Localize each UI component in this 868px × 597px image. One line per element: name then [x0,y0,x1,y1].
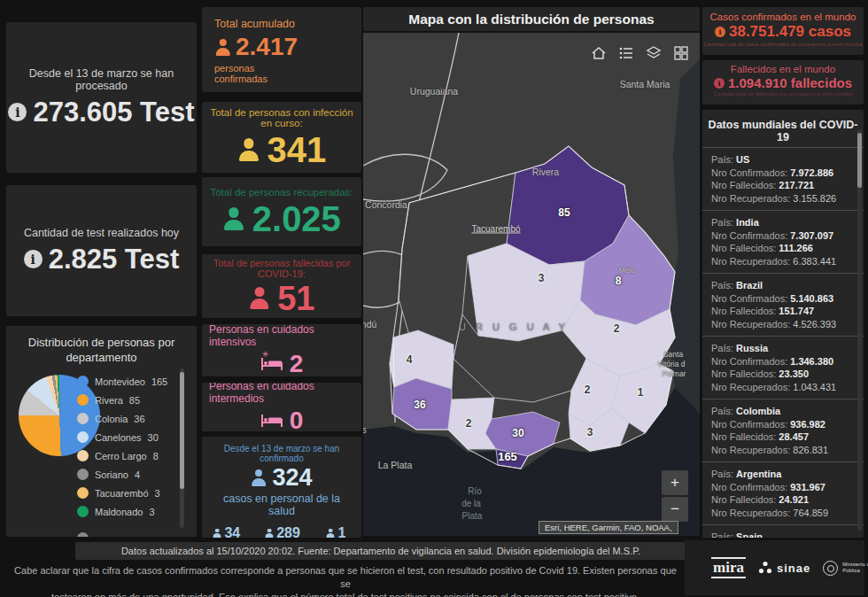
map-count-label: 4 [407,353,413,366]
sinae-logo: sinae [758,561,810,575]
ministry-logo: Ministerio de Salud Pública [823,561,868,576]
person-icon [213,529,221,538]
world-confirmed-panel: Casos confirmados en el mundo i38.751.47… [702,7,864,55]
map-count-label: 8 [616,275,622,287]
info-icon: i [8,103,27,121]
world-confirmed-value: 38.751.479 casos [729,23,851,41]
intermediate-care-value: 0 [290,407,304,432]
world-confirmed-title: Casos confirmados en el mundo [702,12,864,22]
map-count-label: 2 [466,417,472,430]
health-active: 34 Activos [213,525,240,538]
covid-dashboard: Desde el 13 de marzo se han procesado i … [0,0,868,597]
health-recovered: 289 Recuperados [265,525,302,538]
footer-logos: mira sinae Ministerio de Salud Pública [685,540,864,595]
map-place-label: La Plata [378,460,413,470]
map-place-label: Plata [462,511,483,521]
home-icon[interactable] [591,45,607,61]
pie-chart-title: Distribución de personas por departament… [22,335,182,365]
map-place-label: Palmar [663,369,686,378]
ministry-seal-icon [823,561,838,576]
country-list-scrollbar[interactable] [857,129,862,531]
pie-legend: Montevideo165 Rivera85 Colonia36 Canelon… [77,372,176,537]
health-personnel-title: Desde el 13 de marzo se han confirmado [211,444,353,463]
map-count-label: 2 [585,384,591,396]
map-count-label: 165 [498,450,517,463]
hospital-bed-icon [260,414,283,428]
map[interactable]: 85382213436230165UruguaianaSanta MariaCo… [363,33,700,536]
legend-color-dot [77,506,89,517]
hospital-bed-icon: ✳ [260,357,283,371]
map-count-label: 2 [614,322,620,335]
map-place-label: de la [461,499,481,508]
person-icon [249,287,271,309]
map-count-label: 1 [638,386,644,399]
world-deaths-panel: Fallecidos en el mundo i1.094.910 fallec… [702,60,864,105]
country-block: País:Spain Nro Confirmados:921.374 Nro F… [702,524,864,538]
person-icon [237,138,260,161]
world-deaths-title: Fallecidos en el mundo [702,64,864,74]
map-place-label: Uruguaiana [410,86,458,97]
disclaimer-line2: testearon en más de una oportunidad. Eso… [9,591,682,597]
map-place-label: U R U G U A Y [459,322,569,332]
map-count-label: 30 [512,427,523,439]
map-title: Mapa con la distribución de personas [363,7,700,31]
world-confirmed-caption: Cantidad total de casos confirmados de c… [702,42,864,47]
map-markers: 85382213436230165UruguaianaSanta MariaCo… [363,33,700,536]
legend-scrollbar-thumb[interactable] [180,372,184,489]
map-place-label: Buenos [363,424,367,435]
info-icon: i [714,78,725,89]
world-deaths-caption: Cantidad total de fallecidos por coronav… [702,91,864,97]
tests-today-panel: Cantidad de test realizados hoy i 2.825 … [6,185,197,316]
legend-icon[interactable] [618,45,634,61]
person-icon [251,469,267,485]
tests-today-value: 2.825 Test [49,244,180,275]
map-count-label: 3 [587,426,593,438]
active-cases-value: 341 [267,132,326,167]
icu-title: Personas en cuidados intensivos [209,324,354,348]
country-list-scrollbar-thumb[interactable] [857,133,862,188]
tests-processed-value: 273.605 Test [33,97,194,128]
zoom-out-button[interactable]: − [662,497,688,522]
health-personnel-value: 324 [272,464,312,492]
mira-logo: mira [711,557,746,578]
map-place-label: Melo [619,266,635,275]
legend-color-dot [77,394,89,406]
icu-panel: Personas en cuidados intensivos ✳ 2 [202,324,361,376]
legend-item: Maldonado3 [77,502,176,521]
map-place-label: Rivera [532,167,559,177]
accumulated-title: Total acumulado [214,18,310,30]
layers-icon[interactable] [646,45,662,61]
legend-item: Soriano4 [77,465,176,484]
map-count-label: 3 [539,272,545,284]
accumulated-subtitle: personas confirmadas [214,63,310,84]
person-icon [326,529,335,538]
legend-color-dot [77,413,89,424]
legend-item: Cerro Largo8 [77,446,176,465]
recovered-value: 2.025 [252,201,341,236]
department-distribution-panel: Distribución de personas por departament… [6,326,197,537]
map-place-label: Tacuarembó [471,224,520,234]
basemap-icon[interactable] [673,45,689,61]
legend-color-dot [77,376,89,387]
legend-color-dot [77,532,89,537]
health-deceased: 1 Fallecido [326,525,351,538]
legend-scrollbar[interactable] [180,368,184,528]
person-icon [214,39,231,56]
legend-item: Rivera85 [77,391,176,409]
person-icon [222,207,245,230]
zoom-in-button[interactable]: + [662,470,688,495]
info-icon: i [715,27,725,37]
legend-color-dot [77,469,89,480]
country-block: País:US Nro Confirmados:7.972.886 Nro Fa… [702,147,864,210]
country-block: País:India Nro Confirmados:7.307.097 Nro… [702,210,864,273]
legend-item: Tacuarembó3 [77,484,176,502]
map-place-label: Río [468,486,482,496]
country-block: País:Argentina Nro Confirmados:931.967 N… [702,461,864,524]
accumulated-panel: Total acumulado 2.417 personas confirmad… [202,7,361,92]
country-block: País:Russia Nro Confirmados:1.346.380 Nr… [702,336,864,399]
country-block: País:Brazil Nro Confirmados:5.140.863 Nr… [702,273,864,336]
deaths-title: Total de personas fallecidas por COVID-1… [209,258,354,279]
disclaimer: Cabe aclarar que la cifra de casos confi… [9,564,682,597]
updated-bar: Datos actualizados al 15/10/2020 20:02. … [75,542,686,560]
sinae-icon [758,561,772,575]
